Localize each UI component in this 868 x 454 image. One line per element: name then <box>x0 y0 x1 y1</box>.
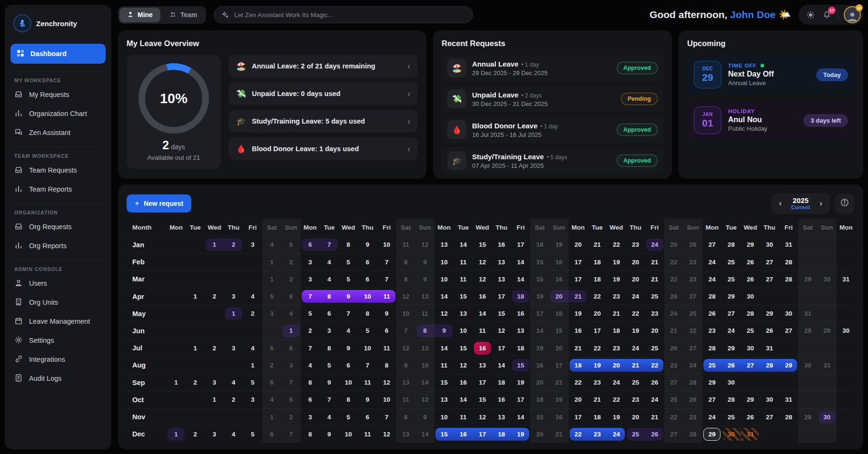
calendar-day-cell[interactable]: 13 <box>396 425 415 443</box>
calendar-day-cell[interactable]: 20 <box>645 322 664 339</box>
calendar-day-cell[interactable]: 25 <box>626 425 645 443</box>
calendar-day-cell[interactable]: 24 <box>626 339 645 357</box>
leave-type-row[interactable]: 🎓Study/Training Leave: 5 days used‹ <box>228 110 418 133</box>
calendar-day-cell[interactable]: 4 <box>281 305 300 322</box>
calendar-day-cell[interactable]: 27 <box>702 391 721 408</box>
calendar-day-cell[interactable]: 8 <box>301 374 320 391</box>
calendar-day-cell[interactable]: 28 <box>798 322 817 339</box>
calendar-day-cell[interactable]: 8 <box>396 253 415 270</box>
calendar-day-cell[interactable]: 17 <box>569 408 588 425</box>
calendar-day-cell[interactable]: 13 <box>492 270 511 288</box>
calendar-day-cell[interactable]: 21 <box>588 236 607 253</box>
calendar-day-cell[interactable]: 6 <box>358 270 377 288</box>
calendar-day-cell[interactable]: 29 <box>741 236 760 253</box>
calendar-day-cell[interactable]: 5 <box>281 391 300 408</box>
calendar-day-cell[interactable]: 8 <box>358 305 377 322</box>
calendar-day-cell[interactable]: 25 <box>702 357 721 374</box>
calendar-day-cell[interactable]: 21 <box>569 288 588 305</box>
calendar-day-cell[interactable]: 22 <box>626 305 645 322</box>
calendar-day-cell[interactable]: 27 <box>683 288 702 305</box>
calendar-day-cell[interactable]: 1 <box>186 288 205 305</box>
calendar-day-cell[interactable]: 21 <box>626 357 645 374</box>
theme-toggle-button[interactable] <box>805 10 816 20</box>
calendar-day-cell[interactable]: 27 <box>741 357 760 374</box>
calendar-day-cell[interactable]: 4 <box>262 236 281 253</box>
calendar-day-cell[interactable]: 5 <box>243 374 262 391</box>
calendar-day-cell[interactable]: 3 <box>224 288 243 305</box>
request-row[interactable]: 🏖️Annual Leave• 1 day29 Dec 2025 - 29 De… <box>442 55 663 81</box>
calendar-day-cell[interactable]: 11 <box>454 270 473 288</box>
calendar-day-cell[interactable]: 12 <box>473 270 492 288</box>
calendar-day-cell[interactable]: 21 <box>645 408 664 425</box>
calendar-day-cell[interactable]: 29 <box>702 374 721 391</box>
upcoming-item[interactable]: DEC29TIME OFFNext Day OffAnnual LeaveTod… <box>687 55 855 95</box>
calendar-day-cell[interactable]: 24 <box>645 236 664 253</box>
calendar-day-cell[interactable]: 3 <box>205 374 224 391</box>
new-request-button[interactable]: + New request <box>127 194 191 213</box>
calendar-day-cell[interactable]: 31 <box>779 236 798 253</box>
calendar-day-cell[interactable]: 4 <box>262 391 281 408</box>
calendar-day-cell[interactable]: 23 <box>664 357 683 374</box>
calendar-day-cell[interactable]: 30 <box>818 270 837 288</box>
calendar-day-cell[interactable]: 25 <box>626 374 645 391</box>
calendar-day-cell[interactable]: 11 <box>434 357 454 374</box>
calendar-day-cell[interactable]: 20 <box>530 425 549 443</box>
calendar-day-cell[interactable]: 24 <box>683 357 702 374</box>
calendar-day-cell[interactable]: 17 <box>588 322 607 339</box>
next-year-button[interactable]: › <box>818 199 824 208</box>
calendar-day-cell[interactable]: 26 <box>645 374 664 391</box>
calendar-day-cell[interactable]: 2 <box>301 322 320 339</box>
calendar-day-cell[interactable]: 6 <box>301 236 320 253</box>
calendar-day-cell[interactable]: 1 <box>167 374 186 391</box>
calendar-day-cell[interactable]: 16 <box>473 339 492 357</box>
user-avatar[interactable] <box>844 6 861 23</box>
calendar-day-cell[interactable]: 29 <box>702 425 721 443</box>
calendar-day-cell[interactable]: 4 <box>243 288 262 305</box>
calendar-day-cell[interactable]: 7 <box>358 357 377 374</box>
calendar-day-cell[interactable]: 9 <box>415 270 434 288</box>
request-row[interactable]: 🎓Study/Training Leave• 5 days07 Apr 2025… <box>442 147 663 174</box>
calendar-day-cell[interactable]: 25 <box>664 391 683 408</box>
calendar-day-cell[interactable]: 16 <box>454 425 473 443</box>
calendar-day-cell[interactable]: 12 <box>473 253 492 270</box>
calendar-day-cell[interactable]: 26 <box>702 305 721 322</box>
calendar-day-cell[interactable]: 5 <box>262 288 281 305</box>
calendar-day-cell[interactable]: 16 <box>454 374 473 391</box>
calendar-day-cell[interactable]: 11 <box>454 408 473 425</box>
calendar-day-cell[interactable]: 26 <box>645 425 664 443</box>
calendar-day-cell[interactable]: 7 <box>377 408 396 425</box>
calendar-day-cell[interactable]: 7 <box>281 425 300 443</box>
request-row[interactable]: 🩸Blood Donor Leave• 1 day16 Jul 2025 - 1… <box>442 116 663 143</box>
calendar-day-cell[interactable]: 29 <box>818 322 837 339</box>
calendar-day-cell[interactable]: 31 <box>760 339 779 357</box>
calendar-day-cell[interactable]: 19 <box>607 408 626 425</box>
calendar-day-cell[interactable]: 10 <box>377 391 396 408</box>
calendar-day-cell[interactable]: 4 <box>224 425 243 443</box>
calendar-day-cell[interactable]: 16 <box>473 288 492 305</box>
calendar-day-cell[interactable]: 6 <box>281 339 300 357</box>
calendar-day-cell[interactable]: 3 <box>243 236 262 253</box>
calendar-day-cell[interactable]: 3 <box>205 425 224 443</box>
calendar-day-cell[interactable]: 9 <box>358 391 377 408</box>
calendar-day-cell[interactable]: 18 <box>492 425 511 443</box>
calendar-day-cell[interactable]: 31 <box>741 425 760 443</box>
calendar-day-cell[interactable]: 8 <box>377 357 396 374</box>
calendar-day-cell[interactable]: 29 <box>741 391 760 408</box>
sidebar-item-dashboard[interactable]: Dashboard <box>10 44 106 64</box>
calendar-day-cell[interactable]: 15 <box>434 374 454 391</box>
calendar-day-cell[interactable]: 3 <box>281 357 300 374</box>
calendar-day-cell[interactable]: 2 <box>243 305 262 322</box>
calendar-day-cell[interactable]: 31 <box>837 270 856 288</box>
leave-type-row[interactable]: 💸Unpaid Leave: 0 days used‹ <box>228 82 418 105</box>
calendar-day-cell[interactable]: 11 <box>415 305 434 322</box>
calendar-day-cell[interactable]: 17 <box>549 357 568 374</box>
calendar-day-cell[interactable]: 25 <box>741 322 760 339</box>
chevron-left-icon[interactable]: ‹ <box>407 144 410 154</box>
calendar-day-cell[interactable]: 26 <box>664 288 683 305</box>
calendar-day-cell[interactable]: 18 <box>511 288 530 305</box>
calendar-day-cell[interactable]: 5 <box>262 339 281 357</box>
calendar-day-cell[interactable]: 6 <box>358 253 377 270</box>
calendar-day-cell[interactable]: 19 <box>530 288 549 305</box>
calendar-day-cell[interactable]: 18 <box>511 339 530 357</box>
calendar-day-cell[interactable]: 17 <box>492 288 511 305</box>
